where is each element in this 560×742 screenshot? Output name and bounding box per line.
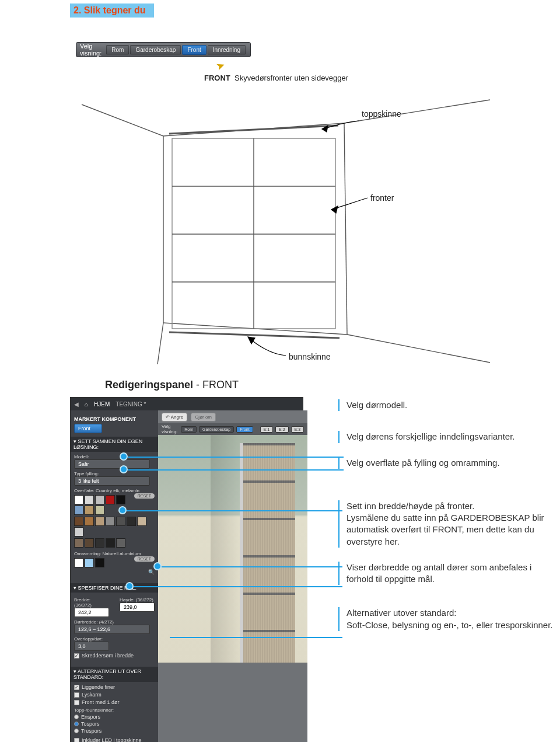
toolbar-note: FRONT Skyvedørsfronter uten sidevegger xyxy=(204,74,560,82)
rad-trespors[interactable]: Trespors xyxy=(74,728,155,734)
chk-lyskarm[interactable]: Lyskarm xyxy=(74,692,155,698)
view-toolbar-figure: Velg visning: Rom Garderobeskap Front In… xyxy=(76,42,560,72)
tab-hjem[interactable]: HJEM xyxy=(94,401,110,407)
room-svg xyxy=(70,93,502,367)
tab-tegning[interactable]: TEGNING * xyxy=(116,401,146,407)
view-btn-front[interactable]: Front xyxy=(182,45,206,55)
color-swatch[interactable] xyxy=(106,538,115,548)
right-btn-e2[interactable]: E:2 xyxy=(275,426,289,433)
right-btn-front[interactable]: Front xyxy=(236,426,253,433)
swatch-grid-overflate-3 xyxy=(74,538,155,548)
field-modell[interactable]: Safir xyxy=(74,459,150,469)
field-typefylling[interactable]: 3 like felt xyxy=(74,476,150,486)
marker-type xyxy=(120,465,128,473)
chk-led[interactable]: Inkluder LED i toppskinne xyxy=(74,737,155,742)
btn-angre[interactable]: ↶ Angre xyxy=(162,413,187,421)
color-swatch[interactable] xyxy=(74,527,83,537)
callout-2: Velg dørens forskjellige inndelingsvaria… xyxy=(338,431,554,443)
color-swatch[interactable] xyxy=(116,538,125,548)
acc-alternativer[interactable]: ▾ ALTERNATIVER UT OVER STANDARD: xyxy=(71,667,158,682)
panel-tabs: ◀ ⌂ HJEM TEGNING * xyxy=(71,398,303,410)
callout-5: Viser dørbredde og antall dører som anbe… xyxy=(338,562,554,586)
chk-liggende-finer[interactable]: Liggende finer xyxy=(74,684,155,690)
chk-skreddersom[interactable]: Skreddersøm i bredde xyxy=(74,653,155,659)
callouts-column: Velg dørmodell. Velg dørens forskjellige… xyxy=(338,397,554,645)
view-btn-rom[interactable]: Rom xyxy=(106,45,129,55)
view-btn-innredning[interactable]: Innredning xyxy=(208,45,246,55)
color-swatch[interactable] xyxy=(74,517,83,526)
color-swatch[interactable] xyxy=(106,495,115,504)
input-hoyde[interactable] xyxy=(120,602,155,612)
callout-6: Alternativer utover standard: Soft-Close… xyxy=(338,607,554,631)
lead-dorbredde xyxy=(134,586,342,587)
acc-maal[interactable]: ▾ SPESIFISER DINE MÅL: xyxy=(71,583,158,593)
color-swatch[interactable] xyxy=(116,517,125,526)
color-swatch[interactable] xyxy=(85,506,94,515)
color-swatch[interactable] xyxy=(85,517,94,526)
label-spor: Topp-/bunnskinner: xyxy=(74,708,155,713)
callout-6b-text: Soft-Close, belysning og en-, to-, eller… xyxy=(346,619,554,631)
markert-heading: MARKERT KOMPONENT xyxy=(74,416,155,422)
btn-reset-overflate[interactable]: RESET xyxy=(134,493,155,499)
right-btn-rom[interactable]: Rom xyxy=(181,426,197,433)
color-swatch[interactable] xyxy=(95,558,104,567)
color-swatch[interactable] xyxy=(74,506,83,515)
color-swatch[interactable] xyxy=(95,538,104,548)
color-swatch[interactable] xyxy=(74,558,83,567)
right-view-label: Velg visning: xyxy=(162,424,178,434)
color-swatch[interactable] xyxy=(74,495,83,504)
label-dorbredde: Dørbredde: (4/272) xyxy=(74,619,155,625)
color-swatch[interactable] xyxy=(85,538,94,548)
right-btn-e3[interactable]: E:3 xyxy=(291,426,304,433)
field-overlapp[interactable]: 3,0 xyxy=(74,642,109,651)
color-swatch[interactable] xyxy=(137,517,146,526)
callout-1: Velg dørmodell. xyxy=(338,399,554,411)
view-toolbar: Velg visning: Rom Garderobeskap Front In… xyxy=(76,42,251,57)
callout-4a-text: Sett inn bredde/høyde på fronter. xyxy=(346,500,554,512)
magnify-icon[interactable]: 🔍 xyxy=(148,569,155,575)
color-swatch[interactable] xyxy=(116,495,125,504)
home-icon[interactable]: ⌂ xyxy=(85,401,88,407)
color-swatch[interactable] xyxy=(95,506,104,515)
btn-reset-omr[interactable]: RESET xyxy=(134,556,155,562)
label-overflate: Overflate: Country eik, melamin RESET xyxy=(74,488,155,493)
section-header: 2. Slik tegner du xyxy=(70,4,154,18)
back-icon[interactable]: ◀ xyxy=(74,401,79,407)
chk-front-1dor[interactable]: Front med 1 dør xyxy=(74,699,155,705)
color-swatch[interactable] xyxy=(95,517,104,526)
color-swatch[interactable] xyxy=(106,517,115,526)
callout-2-text: Velg dørens forskjellige inndelingsvaria… xyxy=(346,431,554,443)
color-swatch[interactable] xyxy=(74,538,83,548)
label-bunnskinne: bunnskinne xyxy=(289,352,331,361)
callout-3: Velg overflate på fylling og omramming. xyxy=(338,457,554,469)
rad-enspors[interactable]: Enspors xyxy=(74,714,155,720)
svg-marker-17 xyxy=(248,337,255,344)
svg-line-14 xyxy=(169,332,340,338)
color-swatch[interactable] xyxy=(127,517,136,526)
svg-line-13 xyxy=(169,126,338,134)
color-swatch[interactable] xyxy=(85,558,94,567)
color-swatch[interactable] xyxy=(95,495,104,504)
input-bredde[interactable] xyxy=(74,608,109,617)
toolbar-note-rest: Skyvedørsfronter uten sidevegger xyxy=(235,74,348,82)
right-btn-gk[interactable]: Garderobeskap xyxy=(199,426,234,433)
subsection-heading-rest: - FRONT xyxy=(193,379,239,391)
right-topbar: ↶ Angre Gjør om xyxy=(158,410,307,423)
rad-tospors[interactable]: Tospors xyxy=(74,721,155,727)
toolbar-note-bold: FRONT xyxy=(204,74,230,82)
view-btn-garderobeskap[interactable]: Garderobeskap xyxy=(130,45,181,55)
lead-maal xyxy=(162,566,342,567)
label-fronter: fronter xyxy=(370,193,394,203)
callout-3-text: Velg overflate på fylling og omramming. xyxy=(346,457,554,469)
field-dorbredde[interactable]: 122,6 – 122,6 xyxy=(74,625,150,634)
door-render xyxy=(240,443,295,663)
color-swatch[interactable] xyxy=(85,495,94,504)
callout-4: Sett inn bredde/høyde på fronter. Lysmål… xyxy=(338,500,554,548)
acc-losning[interactable]: ▾ SETT SAMMEN DIN EGEN LØSNING: xyxy=(71,437,158,452)
callout-6a-text: Alternativer utover standard: xyxy=(346,607,554,619)
btn-gjorom[interactable]: Gjør om xyxy=(191,413,216,421)
markert-value[interactable]: Front xyxy=(74,424,102,433)
right-btn-e1[interactable]: E:1 xyxy=(260,426,274,433)
marker-maal xyxy=(153,562,162,570)
lead-type xyxy=(128,469,344,471)
